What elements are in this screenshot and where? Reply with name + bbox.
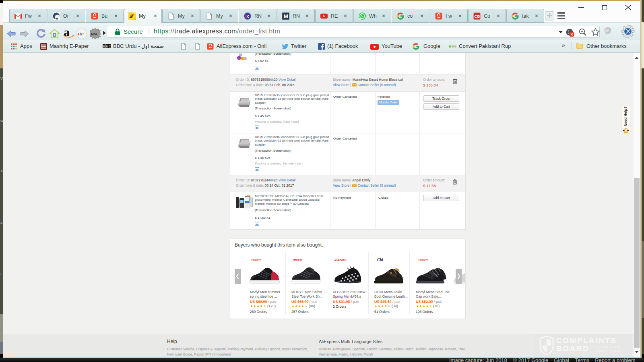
svg-text:C: C: [109, 45, 111, 48]
svg-text:M: M: [284, 13, 288, 19]
svg-text:CB: CB: [474, 14, 480, 19]
svg-text:c: c: [247, 14, 250, 19]
svg-text:B: B: [106, 45, 108, 48]
svg-text:N/A: N/A: [91, 32, 98, 36]
svg-text:Y: Y: [82, 32, 85, 36]
svg-text:B: B: [103, 45, 105, 48]
svg-text:e: e: [78, 32, 80, 36]
